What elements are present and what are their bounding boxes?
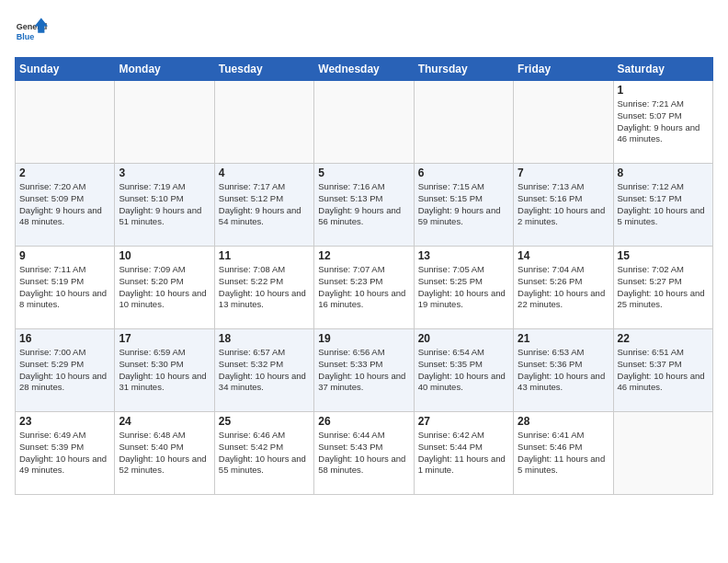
- day-info: Sunrise: 7:17 AM Sunset: 5:12 PM Dayligh…: [219, 181, 310, 228]
- day-info: Sunrise: 6:42 AM Sunset: 5:44 PM Dayligh…: [418, 430, 509, 477]
- day-cell: 17Sunrise: 6:59 AM Sunset: 5:30 PM Dayli…: [115, 329, 214, 412]
- day-number: 4: [219, 167, 310, 179]
- day-number: 20: [418, 332, 509, 345]
- day-number: 16: [19, 332, 110, 345]
- day-info: Sunrise: 6:53 AM Sunset: 5:36 PM Dayligh…: [518, 347, 609, 394]
- day-cell: 6Sunrise: 7:15 AM Sunset: 5:15 PM Daylig…: [414, 164, 513, 247]
- day-number: 23: [19, 415, 110, 428]
- day-cell: 24Sunrise: 6:48 AM Sunset: 5:40 PM Dayli…: [115, 412, 214, 495]
- day-cell: 1Sunrise: 7:21 AM Sunset: 5:07 PM Daylig…: [613, 81, 712, 164]
- day-cell: 7Sunrise: 7:13 AM Sunset: 5:16 PM Daylig…: [514, 164, 613, 247]
- day-info: Sunrise: 6:57 AM Sunset: 5:32 PM Dayligh…: [219, 347, 310, 394]
- day-number: 6: [418, 167, 509, 179]
- calendar-table: SundayMondayTuesdayWednesdayThursdayFrid…: [15, 57, 713, 495]
- day-number: 14: [518, 249, 609, 262]
- day-cell: 5Sunrise: 7:16 AM Sunset: 5:13 PM Daylig…: [314, 164, 414, 247]
- day-number: 17: [119, 332, 210, 345]
- page-header: General Blue: [15, 15, 713, 48]
- day-info: Sunrise: 7:15 AM Sunset: 5:15 PM Dayligh…: [418, 181, 509, 228]
- day-info: Sunrise: 7:21 AM Sunset: 5:07 PM Dayligh…: [618, 98, 709, 145]
- day-number: 21: [518, 332, 609, 345]
- day-cell: 10Sunrise: 7:09 AM Sunset: 5:20 PM Dayli…: [115, 247, 214, 329]
- day-info: Sunrise: 7:20 AM Sunset: 5:09 PM Dayligh…: [19, 181, 110, 228]
- day-info: Sunrise: 6:44 AM Sunset: 5:43 PM Dayligh…: [318, 430, 409, 477]
- week-row: 16Sunrise: 7:00 AM Sunset: 5:29 PM Dayli…: [16, 329, 713, 412]
- day-info: Sunrise: 7:00 AM Sunset: 5:29 PM Dayligh…: [19, 347, 110, 394]
- week-row: 2Sunrise: 7:20 AM Sunset: 5:09 PM Daylig…: [16, 164, 713, 247]
- day-info: Sunrise: 6:59 AM Sunset: 5:30 PM Dayligh…: [119, 347, 210, 394]
- day-info: Sunrise: 6:54 AM Sunset: 5:35 PM Dayligh…: [418, 347, 509, 394]
- day-info: Sunrise: 6:49 AM Sunset: 5:39 PM Dayligh…: [19, 430, 110, 477]
- week-row: 9Sunrise: 7:11 AM Sunset: 5:19 PM Daylig…: [16, 247, 713, 329]
- day-cell: 25Sunrise: 6:46 AM Sunset: 5:42 PM Dayli…: [214, 412, 313, 495]
- day-cell: 20Sunrise: 6:54 AM Sunset: 5:35 PM Dayli…: [414, 329, 513, 412]
- day-cell: [314, 81, 414, 164]
- day-cell: 26Sunrise: 6:44 AM Sunset: 5:43 PM Dayli…: [314, 412, 414, 495]
- column-header-tuesday: Tuesday: [214, 58, 313, 81]
- day-cell: 13Sunrise: 7:05 AM Sunset: 5:25 PM Dayli…: [414, 247, 513, 329]
- day-number: 22: [618, 332, 709, 345]
- day-number: 28: [518, 415, 609, 428]
- day-number: 18: [219, 332, 310, 345]
- day-number: 2: [19, 167, 110, 179]
- logo-icon: General Blue: [15, 15, 48, 48]
- day-info: Sunrise: 7:02 AM Sunset: 5:27 PM Dayligh…: [618, 264, 709, 311]
- day-number: 1: [618, 84, 709, 97]
- svg-text:Blue: Blue: [17, 32, 35, 41]
- day-number: 12: [318, 249, 409, 262]
- day-cell: 14Sunrise: 7:04 AM Sunset: 5:26 PM Dayli…: [514, 247, 613, 329]
- week-row: 23Sunrise: 6:49 AM Sunset: 5:39 PM Dayli…: [16, 412, 713, 495]
- day-number: 8: [618, 167, 709, 179]
- day-cell: 3Sunrise: 7:19 AM Sunset: 5:10 PM Daylig…: [115, 164, 214, 247]
- day-cell: [414, 81, 513, 164]
- day-cell: [16, 81, 115, 164]
- week-row: 1Sunrise: 7:21 AM Sunset: 5:07 PM Daylig…: [16, 81, 713, 164]
- day-cell: [613, 412, 712, 495]
- day-info: Sunrise: 6:46 AM Sunset: 5:42 PM Dayligh…: [219, 430, 310, 477]
- day-cell: [214, 81, 313, 164]
- day-number: 5: [318, 167, 409, 179]
- day-cell: 23Sunrise: 6:49 AM Sunset: 5:39 PM Dayli…: [16, 412, 115, 495]
- day-number: 26: [318, 415, 409, 428]
- day-info: Sunrise: 7:19 AM Sunset: 5:10 PM Dayligh…: [119, 181, 210, 228]
- day-number: 13: [418, 249, 509, 262]
- day-info: Sunrise: 7:05 AM Sunset: 5:25 PM Dayligh…: [418, 264, 509, 311]
- day-number: 10: [119, 249, 210, 262]
- column-header-wednesday: Wednesday: [314, 58, 414, 81]
- day-number: 3: [119, 167, 210, 179]
- day-info: Sunrise: 7:12 AM Sunset: 5:17 PM Dayligh…: [618, 181, 709, 228]
- day-number: 19: [318, 332, 409, 345]
- day-cell: 8Sunrise: 7:12 AM Sunset: 5:17 PM Daylig…: [613, 164, 712, 247]
- column-header-sunday: Sunday: [16, 58, 115, 81]
- day-cell: [514, 81, 613, 164]
- day-info: Sunrise: 7:11 AM Sunset: 5:19 PM Dayligh…: [19, 264, 110, 311]
- day-info: Sunrise: 6:56 AM Sunset: 5:33 PM Dayligh…: [318, 347, 409, 394]
- column-header-friday: Friday: [514, 58, 613, 81]
- day-info: Sunrise: 7:07 AM Sunset: 5:23 PM Dayligh…: [318, 264, 409, 311]
- day-cell: 11Sunrise: 7:08 AM Sunset: 5:22 PM Dayli…: [214, 247, 313, 329]
- day-info: Sunrise: 7:04 AM Sunset: 5:26 PM Dayligh…: [518, 264, 609, 311]
- day-cell: 2Sunrise: 7:20 AM Sunset: 5:09 PM Daylig…: [16, 164, 115, 247]
- day-cell: 19Sunrise: 6:56 AM Sunset: 5:33 PM Dayli…: [314, 329, 414, 412]
- day-info: Sunrise: 6:41 AM Sunset: 5:46 PM Dayligh…: [518, 430, 609, 477]
- day-number: 11: [219, 249, 310, 262]
- day-cell: 22Sunrise: 6:51 AM Sunset: 5:37 PM Dayli…: [613, 329, 712, 412]
- day-cell: 12Sunrise: 7:07 AM Sunset: 5:23 PM Dayli…: [314, 247, 414, 329]
- day-cell: [115, 81, 214, 164]
- day-cell: 4Sunrise: 7:17 AM Sunset: 5:12 PM Daylig…: [214, 164, 313, 247]
- day-cell: 21Sunrise: 6:53 AM Sunset: 5:36 PM Dayli…: [514, 329, 613, 412]
- day-cell: 28Sunrise: 6:41 AM Sunset: 5:46 PM Dayli…: [514, 412, 613, 495]
- column-header-thursday: Thursday: [414, 58, 513, 81]
- day-info: Sunrise: 6:51 AM Sunset: 5:37 PM Dayligh…: [618, 347, 709, 394]
- day-cell: 9Sunrise: 7:11 AM Sunset: 5:19 PM Daylig…: [16, 247, 115, 329]
- day-cell: 16Sunrise: 7:00 AM Sunset: 5:29 PM Dayli…: [16, 329, 115, 412]
- header-row: SundayMondayTuesdayWednesdayThursdayFrid…: [16, 58, 713, 81]
- day-info: Sunrise: 7:09 AM Sunset: 5:20 PM Dayligh…: [119, 264, 210, 311]
- day-number: 24: [119, 415, 210, 428]
- day-info: Sunrise: 7:13 AM Sunset: 5:16 PM Dayligh…: [518, 181, 609, 228]
- day-info: Sunrise: 7:08 AM Sunset: 5:22 PM Dayligh…: [219, 264, 310, 311]
- day-number: 25: [219, 415, 310, 428]
- column-header-saturday: Saturday: [613, 58, 712, 81]
- day-info: Sunrise: 6:48 AM Sunset: 5:40 PM Dayligh…: [119, 430, 210, 477]
- day-cell: 18Sunrise: 6:57 AM Sunset: 5:32 PM Dayli…: [214, 329, 313, 412]
